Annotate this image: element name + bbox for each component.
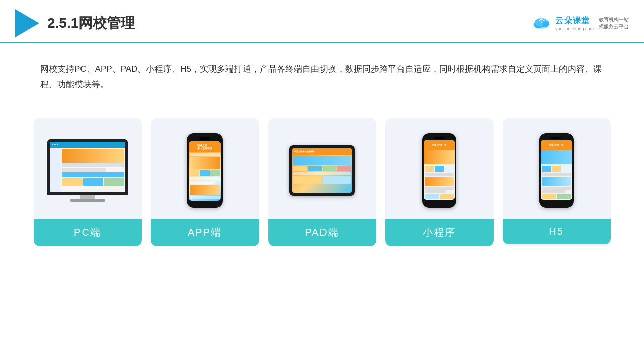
card-miniapp-label: 小程序 (385, 219, 494, 246)
svg-point-7 (541, 21, 542, 22)
brand-logo: 云朵课堂 yunduoketang.com 教育机构一站式服务云平台 (531, 16, 629, 31)
card-miniapp: 职通人的第一堂 (385, 118, 494, 246)
card-miniapp-image: 职通人的第一堂 (385, 118, 494, 219)
card-pad-label: PAD端 (268, 219, 376, 246)
description-text: 网校支持PC、APP、PAD、小程序、H5，实现多端打通，产品各终端自由切换，数… (0, 43, 644, 103)
brand-text: 云朵课堂 yunduoketang.com (555, 16, 594, 31)
phone-device-icon: 职通人的第一堂开课课 (187, 133, 223, 208)
cloud-logo-icon (531, 16, 552, 30)
card-pc-image (34, 118, 142, 219)
card-app-label: APP端 (151, 219, 259, 246)
card-app-image: 职通人的第一堂开课课 (151, 118, 259, 219)
miniphone-device-icon: 职通人的第一堂 (422, 133, 456, 208)
brand-url: yunduoketang.com (555, 26, 594, 31)
card-h5-label: H5 (503, 219, 611, 244)
brand-tagline: 教育机构一站式服务云平台 (599, 16, 629, 30)
brand-name: 云朵课堂 (555, 16, 590, 26)
cards-container: PC端 职通人的第一堂开课课 (0, 108, 644, 246)
card-pc: PC端 (34, 118, 142, 246)
header-right: 云朵课堂 yunduoketang.com 教育机构一站式服务云平台 (531, 16, 629, 31)
h5-device-icon: 职通人的第一堂 (539, 133, 574, 208)
card-pc-label: PC端 (34, 219, 142, 246)
card-h5-image: 职通人的第一堂 (503, 118, 611, 219)
page-title: 2.5.1网校管理 (47, 14, 135, 33)
header: 2.5.1网校管理 云朵课堂 yunduoketang.com 教 (0, 0, 644, 43)
card-h5: 职通人的第一堂 (503, 118, 611, 246)
tablet-device-icon: 职通人的第一堂开课课 (289, 145, 355, 196)
card-app: 职通人的第一堂开课课 (151, 118, 259, 246)
logo-triangle-icon (15, 9, 39, 37)
svg-point-6 (543, 22, 549, 28)
card-pad: 职通人的第一堂开课课 (268, 118, 376, 246)
header-left: 2.5.1网校管理 (15, 9, 135, 37)
pc-device-icon (47, 139, 128, 202)
card-pad-image: 职通人的第一堂开课课 (268, 118, 376, 219)
